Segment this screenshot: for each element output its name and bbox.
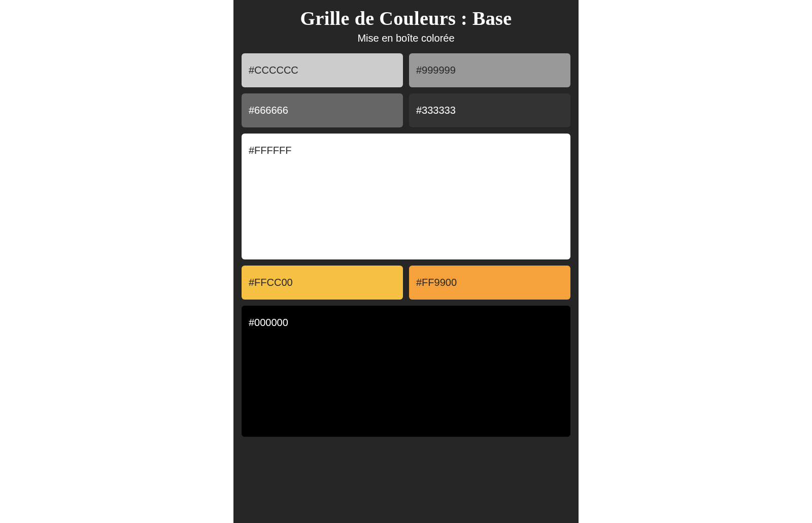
swatch-666666: #666666: [242, 93, 403, 127]
swatch-999999: #999999: [409, 53, 570, 87]
swatch-row-3: #FFFFFF: [242, 134, 570, 259]
swatch-ffffff: #FFFFFF: [242, 134, 570, 259]
swatch-000000: #000000: [242, 306, 570, 437]
page-subtitle: Mise en boîte colorée: [242, 32, 570, 44]
swatch-333333: #333333: [409, 93, 570, 127]
swatch-ffcc00: #FFCC00: [242, 266, 403, 300]
swatch-row-1: #CCCCCC #999999: [242, 53, 570, 87]
swatch-ff9900: #FF9900: [409, 266, 570, 300]
swatch-row-2: #666666 #333333: [242, 93, 570, 127]
swatch-row-4: #FFCC00 #FF9900: [242, 266, 570, 300]
page-title: Grille de Couleurs : Base: [242, 7, 570, 29]
swatch-row-5: #000000: [242, 306, 570, 437]
swatch-cccccc: #CCCCCC: [242, 53, 403, 87]
color-grid-page: Grille de Couleurs : Base Mise en boîte …: [233, 0, 579, 523]
